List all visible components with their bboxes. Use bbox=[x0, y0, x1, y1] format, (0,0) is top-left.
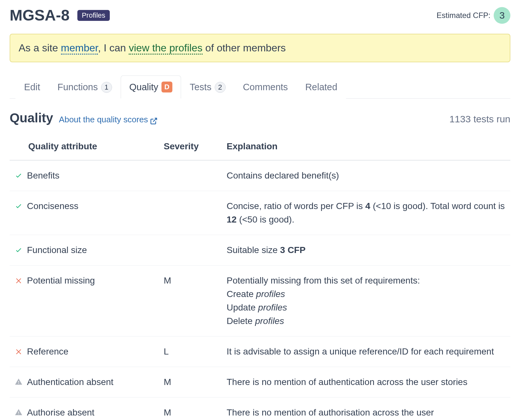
check-icon bbox=[15, 202, 22, 210]
table-row: Authentication absentMThere is no mentio… bbox=[10, 367, 510, 398]
user-story-box: As a site member, I can view the profile… bbox=[10, 34, 510, 62]
table-row: ConcisenessConcise, ratio of words per C… bbox=[10, 191, 510, 235]
svg-line-0 bbox=[153, 118, 157, 122]
page-title: MGSA-8 bbox=[10, 6, 70, 24]
profiles-tag[interactable]: Profiles bbox=[77, 10, 110, 21]
attribute-text: Functional size bbox=[27, 243, 87, 257]
cell-attribute: Potential missing bbox=[10, 266, 144, 337]
cell-attribute: Conciseness bbox=[10, 191, 144, 235]
cfp-badge: 3 bbox=[494, 7, 510, 24]
tab-count: 2 bbox=[215, 82, 226, 93]
tab-related[interactable]: Related bbox=[297, 75, 346, 99]
cell-severity bbox=[144, 235, 221, 266]
story-mid: , I can bbox=[98, 42, 129, 54]
cell-severity: L bbox=[144, 337, 221, 367]
header-row: MGSA-8 Profiles Estimated CFP: 3 bbox=[10, 6, 510, 24]
header-right: Estimated CFP: 3 bbox=[437, 7, 510, 24]
cell-severity: M bbox=[144, 367, 221, 398]
story-prefix: As a site bbox=[19, 42, 61, 54]
cell-explanation: Potentially missing from this set of req… bbox=[221, 266, 510, 337]
cell-attribute: Reference bbox=[10, 337, 144, 367]
cell-severity bbox=[144, 160, 221, 191]
attribute-text: Benefits bbox=[27, 169, 59, 182]
attribute-text: Authorise absent bbox=[27, 406, 94, 419]
tab-grade: D bbox=[161, 82, 172, 92]
check-icon bbox=[15, 246, 22, 254]
warning-icon bbox=[15, 408, 22, 416]
about-link-text: About the quality scores bbox=[59, 115, 148, 125]
cell-attribute: Authentication absent bbox=[10, 367, 144, 398]
cfp-label: Estimated CFP: bbox=[437, 11, 490, 20]
cell-attribute: Authorise absent bbox=[10, 398, 144, 420]
section-title: Quality bbox=[10, 111, 53, 125]
cell-attribute: Benefits bbox=[10, 160, 144, 191]
warning-icon bbox=[15, 378, 22, 386]
tab-label: Quality bbox=[129, 82, 158, 92]
col-header-severity: Severity bbox=[144, 135, 221, 160]
quality-table: Quality attribute Severity Explanation B… bbox=[10, 135, 510, 420]
cell-attribute: Functional size bbox=[10, 235, 144, 266]
attribute-text: Reference bbox=[27, 345, 68, 358]
tab-quality[interactable]: QualityD bbox=[121, 75, 181, 99]
cell-explanation: There is no mention of authorisation acr… bbox=[221, 398, 510, 420]
cell-explanation: There is no mention of authentication ac… bbox=[221, 367, 510, 398]
table-row: Potential missingMPotentially missing fr… bbox=[10, 266, 510, 337]
table-row: BenefitsContains declared benefit(s) bbox=[10, 160, 510, 191]
cross-icon bbox=[15, 276, 22, 284]
attribute-text: Authentication absent bbox=[27, 375, 113, 389]
col-header-attribute: Quality attribute bbox=[10, 135, 144, 160]
cell-explanation: It is advisable to assign a unique refer… bbox=[221, 337, 510, 367]
table-row: ReferenceLIt is advisable to assign a un… bbox=[10, 337, 510, 367]
tab-edit[interactable]: Edit bbox=[15, 75, 49, 99]
tab-label: Functions bbox=[57, 82, 98, 92]
about-quality-link[interactable]: About the quality scores bbox=[59, 115, 158, 125]
tab-tests[interactable]: Tests2 bbox=[181, 75, 234, 99]
tab-label: Related bbox=[305, 82, 337, 92]
table-row: Authorise absentMThere is no mention of … bbox=[10, 398, 510, 420]
story-suffix: of other members bbox=[203, 42, 286, 54]
cell-explanation: Concise, ratio of words per CFP is 4 (<1… bbox=[221, 191, 510, 235]
cell-explanation: Suitable size 3 CFP bbox=[221, 235, 510, 266]
tabs: EditFunctions1QualityDTests2CommentsRela… bbox=[10, 75, 510, 99]
tab-functions[interactable]: Functions1 bbox=[49, 75, 121, 99]
cell-severity: M bbox=[144, 266, 221, 337]
tab-label: Tests bbox=[190, 82, 212, 92]
check-icon bbox=[15, 171, 22, 179]
attribute-text: Potential missing bbox=[27, 274, 95, 287]
section-header: Quality About the quality scores 1133 te… bbox=[10, 111, 510, 125]
section-title-wrap: Quality About the quality scores bbox=[10, 111, 158, 125]
tab-comments[interactable]: Comments bbox=[234, 75, 297, 99]
table-row: Functional sizeSuitable size 3 CFP bbox=[10, 235, 510, 266]
header-left: MGSA-8 Profiles bbox=[10, 6, 110, 24]
tab-label: Comments bbox=[243, 82, 288, 92]
cell-severity bbox=[144, 191, 221, 235]
tests-run-count: 1133 tests run bbox=[449, 114, 510, 125]
tab-label: Edit bbox=[24, 82, 40, 92]
cell-explanation: Contains declared benefit(s) bbox=[221, 160, 510, 191]
attribute-text: Conciseness bbox=[27, 199, 78, 213]
story-view-profiles-link[interactable]: view the profiles bbox=[129, 42, 202, 55]
cell-severity: M bbox=[144, 398, 221, 420]
tab-count: 1 bbox=[101, 82, 112, 93]
cross-icon bbox=[15, 347, 22, 355]
story-member-link[interactable]: member bbox=[61, 42, 98, 55]
external-link-icon bbox=[150, 117, 158, 125]
col-header-explanation: Explanation bbox=[221, 135, 510, 160]
